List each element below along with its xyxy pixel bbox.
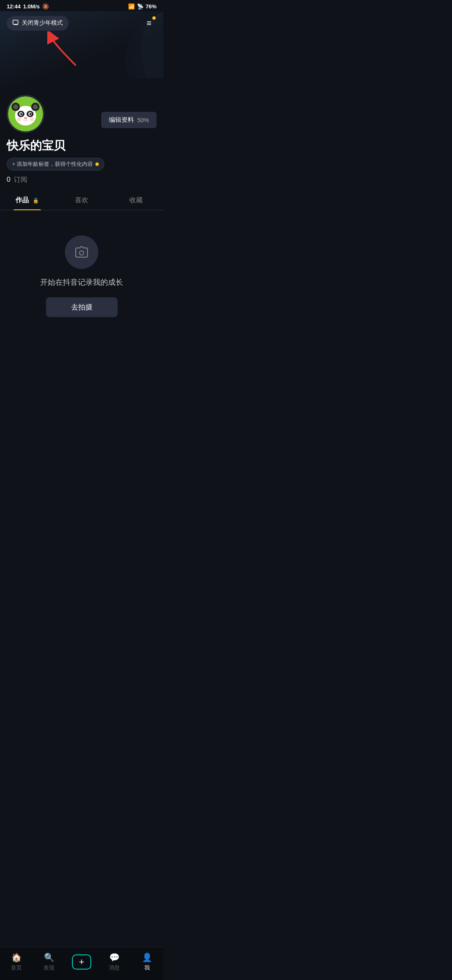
subscribe-label: 订阅 xyxy=(14,176,27,183)
svg-rect-0 xyxy=(13,20,18,24)
tab-works[interactable]: 作品 🔒 xyxy=(0,191,54,210)
status-right: 📶 📡 76% xyxy=(128,3,157,10)
battery-level: 76% xyxy=(146,3,157,10)
tab-likes-label: 喜欢 xyxy=(75,196,88,204)
svg-point-4 xyxy=(13,104,18,109)
battery: 76% xyxy=(146,3,157,10)
profile-section: 编辑资料 50% 快乐的宝贝 + 添加年龄标签，获得个性化内容 0 订阅 xyxy=(0,87,163,184)
tab-likes[interactable]: 喜欢 xyxy=(54,191,109,210)
tab-works-label: 作品 xyxy=(15,196,29,204)
youth-mode-label: 关闭青少年模式 xyxy=(22,19,63,27)
wifi-icon: 📡 xyxy=(137,3,144,10)
tab-favorites[interactable]: 收藏 xyxy=(109,191,163,210)
status-bar: 12:44 1.0M/s 🔕 📶 📡 76% xyxy=(0,0,163,11)
svg-point-18 xyxy=(80,251,84,255)
svg-point-13 xyxy=(21,113,22,113)
age-tag-label: + 添加年龄标签，获得个性化内容 xyxy=(12,160,93,168)
network-speed: 1.0M/s xyxy=(23,3,40,10)
avatar[interactable] xyxy=(7,95,44,133)
menu-icon: ≡ xyxy=(146,18,152,28)
svg-point-6 xyxy=(33,104,38,109)
notification-icon: 🔕 xyxy=(42,3,49,10)
svg-point-14 xyxy=(31,113,31,113)
camera-circle xyxy=(65,235,98,269)
camera-icon xyxy=(74,245,89,260)
arrow-annotation xyxy=(42,31,84,71)
header-area: 关闭青少年模式 ≡ xyxy=(0,11,163,87)
youth-mode-icon xyxy=(13,19,19,27)
shoot-button[interactable]: 去拍摄 xyxy=(46,297,118,317)
empty-state-text: 开始在抖音记录我的成长 xyxy=(40,277,123,287)
menu-notification-dot xyxy=(152,16,156,20)
time: 12:44 xyxy=(7,3,21,10)
tabs-container: 作品 🔒 喜欢 收藏 xyxy=(0,191,163,210)
profile-top: 编辑资料 50% xyxy=(7,95,157,133)
lock-icon: 🔒 xyxy=(33,198,39,204)
signal-icon: 📶 xyxy=(128,3,135,10)
content-area: 开始在抖音记录我的成长 去拍摄 xyxy=(0,210,163,336)
svg-point-17 xyxy=(30,117,34,121)
edit-profile-button[interactable]: 编辑资料 50% xyxy=(101,112,157,128)
profile-completion: 50% xyxy=(137,117,149,124)
svg-point-12 xyxy=(29,113,31,115)
edit-profile-label: 编辑资料 xyxy=(109,116,134,124)
subscribe-count: 0 订阅 xyxy=(7,175,157,184)
svg-point-15 xyxy=(24,117,27,119)
subscribe-number: 0 xyxy=(7,176,10,183)
status-left: 12:44 1.0M/s 🔕 xyxy=(7,3,49,10)
username: 快乐的宝贝 xyxy=(7,138,157,154)
age-tag-button[interactable]: + 添加年龄标签，获得个性化内容 xyxy=(7,158,104,170)
youth-mode-button[interactable]: 关闭青少年模式 xyxy=(7,16,69,31)
age-tag-dot xyxy=(95,162,99,166)
tab-favorites-label: 收藏 xyxy=(129,196,143,204)
svg-point-11 xyxy=(20,113,22,115)
top-nav: 关闭青少年模式 ≡ xyxy=(7,15,157,31)
menu-button[interactable]: ≡ xyxy=(141,15,157,31)
svg-point-16 xyxy=(17,117,21,121)
